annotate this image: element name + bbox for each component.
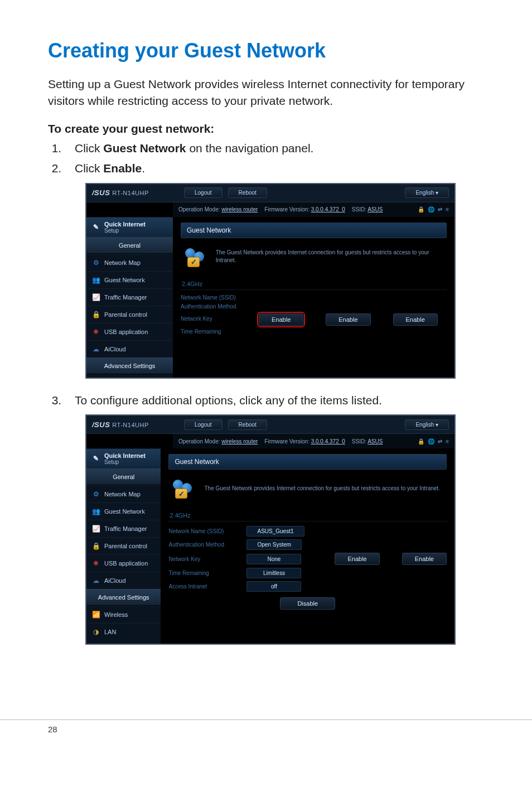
cloud-icon: ☁ — [92, 345, 100, 353]
fw-value[interactable]: 3.0.0.4.372_0 — [311, 438, 345, 445]
band-label: 2.4GHz — [181, 274, 447, 290]
field-auth-label: Authentication Method — [168, 542, 246, 548]
section-title: Creating your Guest Network — [48, 39, 493, 62]
ssid-label: SSID: — [352, 206, 366, 212]
lock-icon: 🔒 — [418, 438, 424, 445]
enable-button-slot1[interactable]: Enable — [259, 313, 303, 326]
step-1-bold: Guest Network — [103, 142, 186, 154]
operation-bar: Operation Mode: wireless router Firmware… — [173, 434, 454, 448]
enable-button-slot3[interactable]: Enable — [393, 313, 438, 326]
fw-label: Firmware Version: — [264, 206, 309, 212]
qis-title: Quick Internet — [104, 452, 146, 459]
sidebar-item-parental[interactable]: 🔒Parental control — [86, 306, 173, 323]
field-ssid-label: Network Name (SSID) — [168, 528, 246, 534]
sidebar-item-label: USB application — [104, 560, 148, 567]
qis-title: Quick Internet — [104, 221, 146, 228]
wand-icon: ✎ — [92, 223, 100, 231]
sidebar-item-network-map[interactable]: ⚙Network Map — [86, 254, 173, 271]
op-mode-value[interactable]: wireless router — [221, 206, 258, 212]
status-icons: 🔒🌐⇄≡ — [418, 438, 449, 445]
chart-icon: 📈 — [92, 525, 100, 533]
language-select[interactable]: English ▾ — [405, 187, 449, 198]
qis-sub: Setup — [104, 459, 146, 465]
map-icon: ⚙ — [92, 490, 100, 498]
sidebar-heading-general: General — [86, 237, 173, 254]
lock-icon: 🔒 — [92, 311, 100, 318]
sidebar-item-guest-network[interactable]: 👥Guest Network — [86, 503, 161, 520]
field-key-label: Network Key — [168, 556, 246, 562]
globe-icon: 🌐 — [428, 206, 434, 212]
fw-value[interactable]: 3.0.0.4.372_0 — [311, 206, 345, 212]
field-ssid-value[interactable]: ASUS_Guest1 — [246, 526, 304, 537]
guest-illustration: ✓ — [183, 246, 208, 267]
sidebar-heading-general: General — [86, 468, 161, 485]
sidebar-heading-advanced: Advanced Settings — [86, 589, 161, 606]
field-time-label: Time Remaining — [181, 328, 259, 335]
field-time-value[interactable]: Limitless — [246, 568, 301, 578]
field-key-value[interactable]: None — [246, 554, 301, 564]
logout-button[interactable]: Logout — [184, 187, 223, 198]
disable-button[interactable]: Disable — [280, 597, 335, 610]
reboot-button[interactable]: Reboot — [228, 187, 267, 198]
step-1-pre: Click — [75, 142, 103, 154]
op-mode-value[interactable]: wireless router — [221, 438, 258, 445]
step-2-pre: Click — [75, 162, 103, 175]
sidebar-item-traffic[interactable]: 📈Traffic Manager — [86, 520, 161, 537]
chart-icon: 📈 — [92, 293, 100, 301]
sidebar-item-aicloud[interactable]: ☁AiCloud — [86, 572, 161, 589]
field-auth-label: Authentication Method — [181, 303, 259, 310]
step-2: Click Enable. — [65, 160, 493, 177]
fw-label: Firmware Version: — [264, 438, 309, 445]
brand-logo: /SUS — [92, 189, 110, 197]
panel-title: Guest Network — [168, 454, 447, 470]
model-label: RT-N14UHP — [112, 190, 148, 196]
sidebar-item-usb[interactable]: ✱USB application — [86, 323, 173, 340]
sidebar-item-usb[interactable]: ✱USB application — [86, 554, 161, 572]
status-icons: 🔒🌐⇄≡ — [418, 206, 449, 212]
reboot-button[interactable]: Reboot — [228, 419, 267, 430]
enable-button-slot3[interactable]: Enable — [402, 553, 447, 565]
guest-illustration: ✓ — [171, 477, 196, 499]
sidebar-item-lan[interactable]: ◑LAN — [86, 623, 161, 640]
enable-button-slot2[interactable]: Enable — [335, 553, 379, 565]
sidebar-item-qis[interactable]: ✎ Quick InternetSetup — [86, 448, 161, 468]
ssid-value[interactable]: ASUS — [367, 438, 383, 445]
sidebar-item-guest-network[interactable]: 👥Guest Network — [86, 271, 173, 288]
lock-icon: 🔒 — [92, 542, 100, 550]
ssid-label: SSID: — [352, 438, 366, 445]
sidebar: ✎ Quick InternetSetup General ⚙Network M… — [86, 217, 173, 378]
band-label: 2.4GHz — [168, 505, 447, 521]
ssid-value[interactable]: ASUS — [367, 206, 383, 212]
field-intranet-value[interactable]: off — [246, 581, 301, 592]
sidebar-item-label: AiCloud — [104, 346, 126, 352]
sidebar-heading-advanced: Advanced Settings — [86, 357, 173, 374]
brand-logo: /SUS — [92, 421, 110, 429]
usb-icon: ⇄ — [438, 206, 442, 212]
field-auth-value[interactable]: Open System — [246, 539, 302, 550]
language-select[interactable]: English ▾ — [405, 419, 449, 430]
usb-icon: ✱ — [92, 328, 100, 336]
check-icon: ✓ — [175, 489, 187, 499]
op-mode-label: Operation Mode: — [178, 206, 220, 212]
usb-icon: ✱ — [92, 559, 100, 567]
usb-icon: ⇄ — [438, 438, 442, 445]
step-3: To configure additional options, click a… — [65, 392, 493, 409]
sidebar-item-label: USB application — [104, 328, 148, 335]
sidebar-item-parental[interactable]: 🔒Parental control — [86, 537, 161, 554]
enable-button-slot2[interactable]: Enable — [326, 313, 370, 326]
sidebar-item-network-map[interactable]: ⚙Network Map — [86, 485, 161, 503]
sidebar-item-traffic[interactable]: 📈Traffic Manager — [86, 288, 173, 306]
sidebar-item-label: Guest Network — [104, 277, 145, 283]
sidebar-item-aicloud[interactable]: ☁AiCloud — [86, 340, 173, 357]
screenshot-2: /SUSRT-N14UHP Logout Reboot English ▾ Op… — [85, 414, 456, 645]
sidebar-item-wireless[interactable]: 📶Wireless — [86, 606, 161, 623]
procedure-heading: To create your guest network: — [48, 122, 493, 136]
qis-sub: Setup — [104, 228, 146, 234]
field-intranet-label: Access Intranet — [168, 583, 246, 590]
wand-icon: ✎ — [92, 455, 100, 463]
sidebar-item-qis[interactable]: ✎ Quick InternetSetup — [86, 217, 173, 237]
people-icon: 👥 — [92, 508, 100, 515]
wifi-icon: 📶 — [92, 611, 100, 619]
logout-button[interactable]: Logout — [184, 419, 223, 430]
intro-paragraph: Setting up a Guest Network provides wire… — [48, 76, 493, 110]
